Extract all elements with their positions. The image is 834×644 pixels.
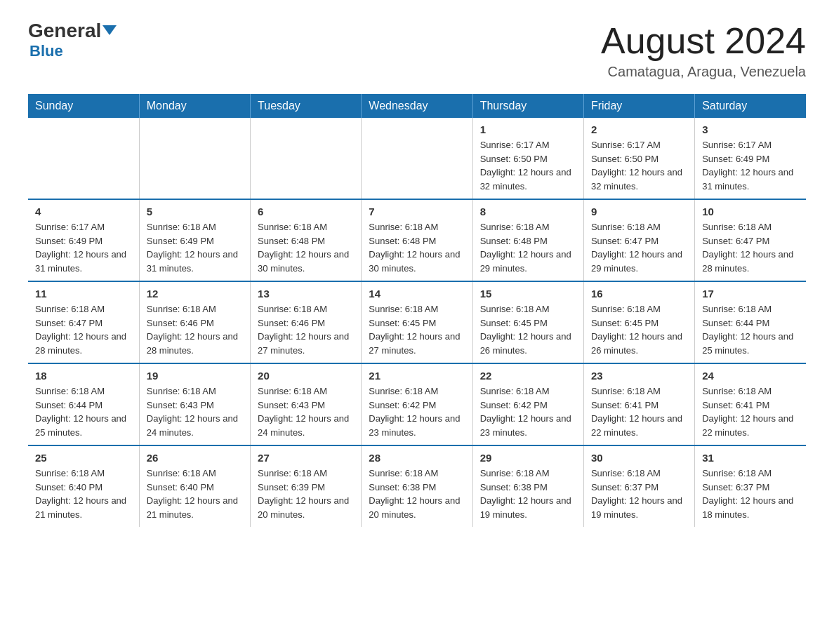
calendar-day-cell: 21Sunrise: 6:18 AM Sunset: 6:42 PM Dayli…: [362, 363, 472, 445]
day-number: 30: [591, 452, 687, 464]
day-info: Sunrise: 6:18 AM Sunset: 6:37 PM Dayligh…: [702, 467, 799, 521]
calendar-day-cell: 23Sunrise: 6:18 AM Sunset: 6:41 PM Dayli…: [583, 363, 694, 445]
day-number: 10: [702, 206, 799, 217]
day-number: 18: [35, 370, 132, 382]
day-info: Sunrise: 6:18 AM Sunset: 6:48 PM Dayligh…: [480, 220, 576, 275]
day-number: 20: [258, 370, 354, 382]
day-number: 28: [369, 452, 465, 464]
day-info: Sunrise: 6:18 AM Sunset: 6:45 PM Dayligh…: [480, 302, 576, 357]
day-info: Sunrise: 6:18 AM Sunset: 6:39 PM Dayligh…: [258, 467, 354, 521]
day-number: 5: [147, 206, 243, 217]
calendar-week-row: 4Sunrise: 6:17 AM Sunset: 6:49 PM Daylig…: [28, 199, 806, 281]
day-info: Sunrise: 6:17 AM Sunset: 6:49 PM Dayligh…: [702, 138, 799, 193]
day-number: 7: [369, 206, 465, 217]
day-number: 23: [591, 370, 687, 382]
calendar-day-cell: 3Sunrise: 6:17 AM Sunset: 6:49 PM Daylig…: [695, 118, 806, 199]
calendar-day-cell: 30Sunrise: 6:18 AM Sunset: 6:37 PM Dayli…: [583, 445, 694, 527]
calendar-day-cell: 25Sunrise: 6:18 AM Sunset: 6:40 PM Dayli…: [28, 445, 139, 527]
calendar-day-cell: 11Sunrise: 6:18 AM Sunset: 6:47 PM Dayli…: [28, 281, 139, 363]
calendar-table: SundayMondayTuesdayWednesdayThursdayFrid…: [28, 94, 806, 527]
day-info: Sunrise: 6:18 AM Sunset: 6:43 PM Dayligh…: [258, 384, 354, 439]
calendar-day-cell: [251, 118, 362, 199]
title-section: August 2024 Camatagua, Aragua, Venezuela: [601, 21, 806, 80]
day-info: Sunrise: 6:18 AM Sunset: 6:44 PM Dayligh…: [35, 384, 132, 439]
calendar-day-cell: 9Sunrise: 6:18 AM Sunset: 6:47 PM Daylig…: [583, 199, 694, 281]
location: Camatagua, Aragua, Venezuela: [601, 64, 806, 80]
calendar-day-cell: 19Sunrise: 6:18 AM Sunset: 6:43 PM Dayli…: [139, 363, 250, 445]
day-info: Sunrise: 6:18 AM Sunset: 6:47 PM Dayligh…: [591, 220, 687, 275]
day-number: 21: [369, 370, 465, 382]
day-info: Sunrise: 6:18 AM Sunset: 6:49 PM Dayligh…: [147, 220, 243, 275]
day-of-week-header: Wednesday: [362, 94, 472, 118]
day-number: 17: [702, 288, 799, 300]
day-of-week-header: Saturday: [695, 94, 806, 118]
day-info: Sunrise: 6:18 AM Sunset: 6:46 PM Dayligh…: [147, 302, 243, 357]
day-number: 25: [35, 452, 132, 464]
calendar-day-cell: 22Sunrise: 6:18 AM Sunset: 6:42 PM Dayli…: [472, 363, 583, 445]
day-info: Sunrise: 6:18 AM Sunset: 6:40 PM Dayligh…: [35, 467, 132, 521]
day-info: Sunrise: 6:18 AM Sunset: 6:44 PM Dayligh…: [702, 302, 799, 357]
calendar-day-cell: [362, 118, 472, 199]
day-info: Sunrise: 6:18 AM Sunset: 6:47 PM Dayligh…: [35, 302, 132, 357]
day-of-week-header: Sunday: [28, 94, 139, 118]
calendar-week-row: 11Sunrise: 6:18 AM Sunset: 6:47 PM Dayli…: [28, 281, 806, 363]
calendar-day-cell: 14Sunrise: 6:18 AM Sunset: 6:45 PM Dayli…: [362, 281, 472, 363]
day-info: Sunrise: 6:18 AM Sunset: 6:48 PM Dayligh…: [258, 220, 354, 275]
month-title: August 2024: [601, 21, 806, 61]
calendar-day-cell: 18Sunrise: 6:18 AM Sunset: 6:44 PM Dayli…: [28, 363, 139, 445]
calendar-day-cell: 7Sunrise: 6:18 AM Sunset: 6:48 PM Daylig…: [362, 199, 472, 281]
day-info: Sunrise: 6:17 AM Sunset: 6:49 PM Dayligh…: [35, 220, 132, 275]
day-info: Sunrise: 6:18 AM Sunset: 6:46 PM Dayligh…: [258, 302, 354, 357]
day-info: Sunrise: 6:18 AM Sunset: 6:40 PM Dayligh…: [147, 467, 243, 521]
logo: General Blue: [28, 21, 117, 60]
calendar-day-cell: 27Sunrise: 6:18 AM Sunset: 6:39 PM Dayli…: [251, 445, 362, 527]
day-number: 1: [480, 123, 576, 135]
day-number: 26: [147, 452, 243, 464]
day-info: Sunrise: 6:18 AM Sunset: 6:43 PM Dayligh…: [147, 384, 243, 439]
day-info: Sunrise: 6:18 AM Sunset: 6:45 PM Dayligh…: [369, 302, 465, 357]
day-info: Sunrise: 6:18 AM Sunset: 6:42 PM Dayligh…: [369, 384, 465, 439]
calendar-day-cell: 17Sunrise: 6:18 AM Sunset: 6:44 PM Dayli…: [695, 281, 806, 363]
calendar-day-cell: 29Sunrise: 6:18 AM Sunset: 6:38 PM Dayli…: [472, 445, 583, 527]
day-info: Sunrise: 6:18 AM Sunset: 6:42 PM Dayligh…: [480, 384, 576, 439]
day-info: Sunrise: 6:18 AM Sunset: 6:38 PM Dayligh…: [369, 467, 465, 521]
calendar-day-cell: 10Sunrise: 6:18 AM Sunset: 6:47 PM Dayli…: [695, 199, 806, 281]
calendar-day-cell: 31Sunrise: 6:18 AM Sunset: 6:37 PM Dayli…: [695, 445, 806, 527]
calendar-day-cell: 8Sunrise: 6:18 AM Sunset: 6:48 PM Daylig…: [472, 199, 583, 281]
day-of-week-header: Thursday: [472, 94, 583, 118]
logo-blue: Blue: [29, 42, 63, 60]
calendar-day-cell: 15Sunrise: 6:18 AM Sunset: 6:45 PM Dayli…: [472, 281, 583, 363]
calendar-day-cell: 13Sunrise: 6:18 AM Sunset: 6:46 PM Dayli…: [251, 281, 362, 363]
calendar-day-cell: [139, 118, 250, 199]
day-info: Sunrise: 6:17 AM Sunset: 6:50 PM Dayligh…: [480, 138, 576, 193]
day-info: Sunrise: 6:18 AM Sunset: 6:41 PM Dayligh…: [591, 384, 687, 439]
day-of-week-header: Tuesday: [251, 94, 362, 118]
calendar-day-cell: 2Sunrise: 6:17 AM Sunset: 6:50 PM Daylig…: [583, 118, 694, 199]
day-info: Sunrise: 6:18 AM Sunset: 6:48 PM Dayligh…: [369, 220, 465, 275]
day-info: Sunrise: 6:18 AM Sunset: 6:37 PM Dayligh…: [591, 467, 687, 521]
day-number: 19: [147, 370, 243, 382]
day-of-week-header: Friday: [583, 94, 694, 118]
day-number: 9: [591, 206, 687, 217]
calendar-day-cell: 16Sunrise: 6:18 AM Sunset: 6:45 PM Dayli…: [583, 281, 694, 363]
calendar-header-row: SundayMondayTuesdayWednesdayThursdayFrid…: [28, 94, 806, 118]
logo-general: General: [28, 21, 117, 41]
calendar-day-cell: 24Sunrise: 6:18 AM Sunset: 6:41 PM Dayli…: [695, 363, 806, 445]
day-number: 6: [258, 206, 354, 217]
day-info: Sunrise: 6:18 AM Sunset: 6:38 PM Dayligh…: [480, 467, 576, 521]
calendar-day-cell: 1Sunrise: 6:17 AM Sunset: 6:50 PM Daylig…: [472, 118, 583, 199]
day-number: 31: [702, 452, 799, 464]
day-number: 16: [591, 288, 687, 300]
calendar-day-cell: [28, 118, 139, 199]
day-of-week-header: Monday: [139, 94, 250, 118]
day-info: Sunrise: 6:18 AM Sunset: 6:47 PM Dayligh…: [702, 220, 799, 275]
calendar-week-row: 1Sunrise: 6:17 AM Sunset: 6:50 PM Daylig…: [28, 118, 806, 199]
day-number: 22: [480, 370, 576, 382]
calendar-day-cell: 26Sunrise: 6:18 AM Sunset: 6:40 PM Dayli…: [139, 445, 250, 527]
calendar-day-cell: 20Sunrise: 6:18 AM Sunset: 6:43 PM Dayli…: [251, 363, 362, 445]
day-info: Sunrise: 6:17 AM Sunset: 6:50 PM Dayligh…: [591, 138, 687, 193]
day-info: Sunrise: 6:18 AM Sunset: 6:41 PM Dayligh…: [702, 384, 799, 439]
day-number: 2: [591, 123, 687, 135]
logo-triangle-icon: [102, 25, 117, 35]
calendar-day-cell: 4Sunrise: 6:17 AM Sunset: 6:49 PM Daylig…: [28, 199, 139, 281]
